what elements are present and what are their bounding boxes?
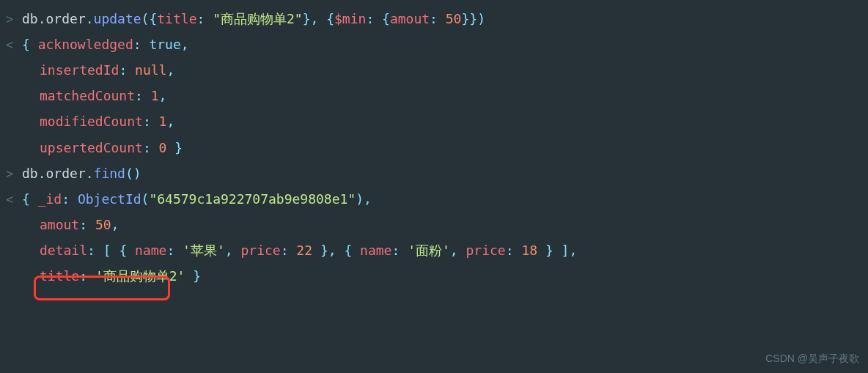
output-line-2: < { acknowledged: true, — [0, 32, 868, 57]
code-content: detail: [ { name: '苹果', price: 22 }, { n… — [40, 237, 577, 263]
code-content: upsertedCount: 0 } — [40, 135, 183, 160]
code-content: modifiedCount: 1, — [40, 108, 174, 134]
output-line-4: matchedCount: 1, — [0, 83, 868, 108]
code-content: { acknowledged: true, — [22, 32, 189, 57]
output-line-11: title: '商品购物单2' } — [0, 263, 868, 289]
code-content: insertedId: null, — [40, 57, 174, 83]
output-line-3: insertedId: null, — [0, 57, 868, 83]
output-line-6: upsertedCount: 0 } — [0, 135, 868, 160]
output-line-5: modifiedCount: 1, — [0, 108, 868, 134]
output-line-9: amout: 50, — [0, 212, 868, 237]
code-content: title: '商品购物单2' } — [40, 263, 201, 289]
code-content: matchedCount: 1, — [40, 83, 166, 108]
prompt-out-icon: < — [6, 188, 22, 212]
prompt-out-icon: < — [6, 33, 22, 57]
output-line-10: detail: [ { name: '苹果', price: 22 }, { n… — [0, 237, 868, 263]
code-content: db.order.find() — [22, 160, 141, 186]
input-line-1: > db.order.update({title: "商品购物单2"}, {$m… — [0, 6, 868, 32]
output-line-8: < { _id: ObjectId("64579c1a922707ab9e980… — [0, 186, 868, 212]
watermark: CSDN @吴声子夜歌 — [765, 349, 859, 369]
input-line-7: > db.order.find() — [0, 160, 868, 186]
code-content: amout: 50, — [40, 212, 119, 237]
code-content: { _id: ObjectId("64579c1a922707ab9e9808e… — [22, 186, 372, 212]
prompt-in-icon: > — [6, 162, 22, 186]
code-content: db.order.update({title: "商品购物单2"}, {$min… — [22, 6, 485, 32]
prompt-in-icon: > — [6, 7, 22, 32]
